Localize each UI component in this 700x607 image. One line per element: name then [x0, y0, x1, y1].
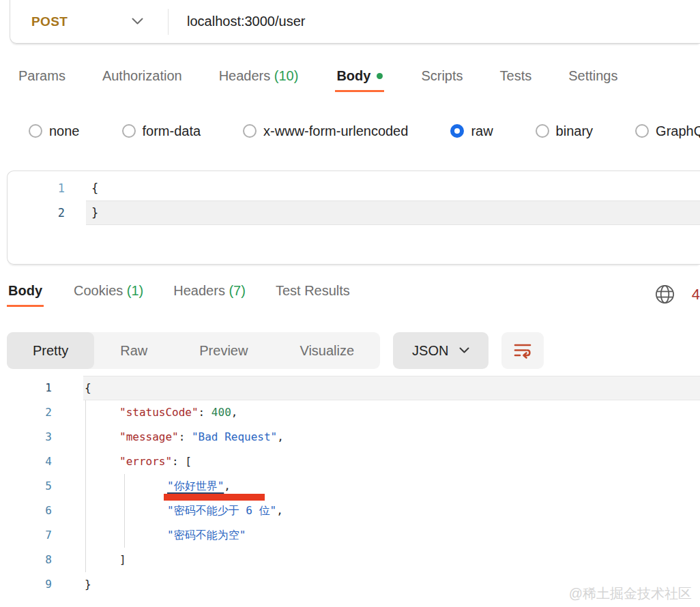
- code-line: 7 "密码不能为空": [0, 523, 700, 548]
- tab-headers[interactable]: Headers (10): [219, 68, 299, 91]
- wrap-lines-button[interactable]: [501, 332, 544, 369]
- line-number: 4: [0, 449, 52, 474]
- code-line: 4 "errors": [: [0, 449, 700, 474]
- chevron-down-icon: [459, 347, 469, 354]
- watermark: @稀土掘金技术社区: [569, 584, 692, 603]
- response-format-bar: Pretty Raw Preview Visualize JSON: [7, 332, 700, 369]
- response-body-viewer[interactable]: 1 { 2 "statusCode": 400, 3 "message": "B…: [0, 376, 700, 597]
- response-tabs: Body Cookies (1) Headers (7) Test Result…: [7, 283, 700, 318]
- code-line: 3 "message": "Bad Request",: [0, 425, 700, 449]
- radio-x-www-form-urlencoded[interactable]: x-www-form-urlencoded: [243, 123, 408, 139]
- response-tab-cookies[interactable]: Cookies (1): [74, 283, 143, 306]
- radio-circle-icon: [635, 124, 649, 138]
- editor-line-active: 2 }: [8, 201, 700, 225]
- request-tabs: Params Authorization Headers (10) Body S…: [18, 68, 700, 103]
- response-headers-count-badge: (7): [229, 283, 245, 298]
- radio-form-data[interactable]: form-data: [122, 123, 201, 139]
- method-selector[interactable]: POST: [10, 0, 168, 43]
- line-number: 5: [0, 474, 52, 499]
- indent-guide: [85, 400, 86, 572]
- line-number: 6: [0, 499, 52, 523]
- language-dropdown[interactable]: JSON: [393, 332, 488, 369]
- request-body-editor[interactable]: 1 { 2 }: [7, 171, 700, 265]
- indent-guide: [124, 474, 125, 548]
- line-number: 8: [0, 548, 52, 572]
- radio-circle-icon: [29, 124, 42, 138]
- radio-selected-icon: [450, 124, 464, 138]
- headers-count-badge: (10): [274, 68, 299, 83]
- globe-icon[interactable]: [654, 284, 675, 305]
- line-number: 7: [0, 523, 52, 548]
- code-line: 6 "密码不能少于 6 位",: [0, 499, 700, 523]
- code-line: 8 ]: [0, 548, 700, 572]
- body-mode-options: none form-data x-www-form-urlencoded raw…: [29, 121, 700, 140]
- radio-circle-icon: [122, 124, 136, 138]
- response-tab-body[interactable]: Body: [7, 283, 44, 307]
- view-visualize[interactable]: Visualize: [274, 332, 380, 369]
- view-raw[interactable]: Raw: [94, 332, 173, 369]
- editor-line: 1 {: [8, 176, 700, 201]
- url-input[interactable]: localhost:3000/user: [169, 14, 305, 29]
- chevron-down-icon: [132, 18, 143, 25]
- radio-none[interactable]: none: [29, 123, 80, 139]
- cookies-count-badge: (1): [127, 283, 143, 298]
- radio-graphql[interactable]: GraphQL: [635, 123, 700, 139]
- tab-params[interactable]: Params: [18, 68, 65, 91]
- radio-circle-icon: [243, 124, 257, 138]
- tab-scripts[interactable]: Scripts: [421, 68, 463, 91]
- code-line: 1 {: [0, 376, 700, 400]
- line-number: 3: [0, 425, 52, 449]
- red-underline-annotation: [164, 494, 265, 501]
- line-number: 1: [0, 376, 52, 400]
- tab-authorization[interactable]: Authorization: [102, 68, 182, 91]
- line-number: 9: [0, 572, 52, 597]
- request-url-bar: POST localhost:3000/user: [10, 0, 700, 44]
- radio-binary[interactable]: binary: [536, 123, 593, 139]
- response-tab-test-results[interactable]: Test Results: [276, 283, 350, 306]
- tab-tests[interactable]: Tests: [500, 68, 532, 91]
- line-number: 1: [8, 176, 65, 201]
- tab-body[interactable]: Body: [335, 68, 384, 92]
- tab-settings[interactable]: Settings: [568, 68, 617, 91]
- code-line-annotated: 5 "你好世界",: [0, 474, 700, 499]
- response-status-code: 4: [692, 286, 700, 304]
- radio-raw[interactable]: raw: [450, 123, 493, 139]
- view-mode-switcher: Pretty Raw Preview Visualize: [7, 332, 380, 369]
- method-label: POST: [31, 14, 68, 29]
- wrap-lines-icon: [512, 342, 533, 360]
- response-tab-headers[interactable]: Headers (7): [173, 283, 246, 306]
- view-preview[interactable]: Preview: [173, 332, 274, 369]
- code-line: 2 "statusCode": 400,: [0, 400, 700, 425]
- line-number: 2: [8, 201, 65, 225]
- line-number: 2: [0, 400, 52, 425]
- view-pretty[interactable]: Pretty: [7, 332, 94, 369]
- body-modified-dot-icon: [377, 73, 383, 79]
- radio-circle-icon: [536, 124, 549, 138]
